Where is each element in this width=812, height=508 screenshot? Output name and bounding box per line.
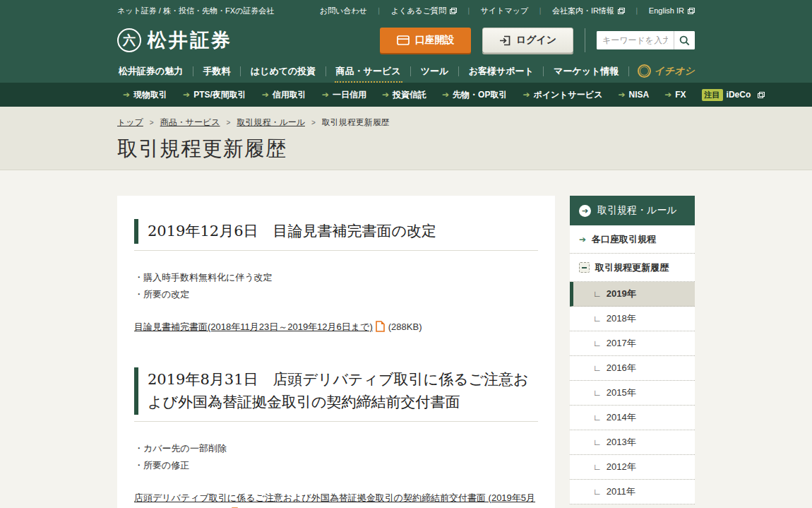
sidebar-year-2017[interactable]: ∟2017年 [570,331,695,356]
subnav-item-fx[interactable]: ➔FX [664,90,686,100]
breadcrumb-link-products[interactable]: 商品・サービス [160,117,220,129]
sidebar-year-2015[interactable]: ∟2015年 [570,381,695,406]
search-input[interactable] [597,31,674,49]
arrow-right-icon: ➔ [322,90,329,100]
sub-item-angle-icon: ∟ [593,314,602,324]
breadcrumb: トップ > 商品・サービス > 取引規程・ルール > 取引規程更新履歴 [117,107,695,129]
sidebar-header-rules[interactable]: ➔ 取引規程・ルール [570,196,695,225]
sub-item-angle-icon: ∟ [593,363,602,373]
ichioshi-coin-icon [638,64,651,78]
matsui-logo-mark-icon: 六 [117,28,141,52]
sidebar-year-2011[interactable]: ∟2011年 [570,480,695,504]
breadcrumb-link-top[interactable]: トップ [117,117,143,129]
subnav-item-ideco[interactable]: 注目 iDeCo [702,89,765,101]
circle-arrow-icon: ➔ [579,205,591,217]
subnav-item-nisa[interactable]: ➔NISA [618,90,649,100]
divider: ｜ [537,6,544,16]
update-history-panel: 2019年12月6日 目論見書補完書面の改定 ・購入時手数料無料化に伴う改定 ・… [117,196,555,508]
site-tagline: ネット証券 / 株・投信・先物・FXの証券会社 [117,6,274,16]
sidebar-year-2012[interactable]: ∟2012年 [570,455,695,480]
sub-item-angle-icon: ∟ [593,388,602,398]
open-account-button[interactable]: 口座開設 [380,28,471,53]
nav-item-beginners[interactable]: はじめての投資 [249,59,318,83]
keyword-search-box [597,31,695,49]
document-link-line: 店頭デリバティブ取引に係るご注意および外国為替証拠金取引の契約締結前交付書面 (… [134,490,538,508]
topbar-link-sitemap[interactable]: サイトマップ [481,6,529,16]
nav-item-products-services[interactable]: 商品・サービス [335,59,402,83]
nav-item-ichioshi[interactable]: イチオシ [638,64,695,78]
page-title: 取引規程更新履歴 [117,135,695,163]
sub-item-angle-icon: ∟ [593,487,602,497]
subnav-item-investment-trust[interactable]: ➔投資信託 [382,89,426,101]
pdf-document-link[interactable]: 目論見書補完書面(2018年11月23日～2019年12月6日まで) [134,321,373,332]
subnav-item-pts[interactable]: ➔PTS/夜間取引 [183,89,246,101]
sub-item-angle-icon: ∟ [593,462,602,472]
search-icon [679,35,690,46]
nav-item-fees[interactable]: 手数料 [202,59,232,83]
section-heading: 2019年8月31日 店頭デリバティブ取引に係るご注意および外国為替証拠金取引の… [134,367,538,415]
divider [240,66,241,76]
divider [543,66,544,76]
section-heading: 2019年12月6日 目論見書補完書面の改定 [134,219,538,244]
pdf-file-icon [376,321,385,332]
bullet-item: ・カバー先の一部削除 [134,440,538,457]
sidebar-year-2018[interactable]: ∟2018年 [570,307,695,331]
subnav-item-margin-trading[interactable]: ➔信用取引 [262,89,306,101]
topbar-link-english-ir[interactable]: English IR [649,6,695,15]
global-nav: 松井証券の魅力 手数料 はじめての投資 商品・サービス ツール お客様サポート … [0,59,812,83]
sub-item-angle-icon: ∟ [593,289,602,299]
divider: ｜ [465,6,472,16]
nav-item-appeal[interactable]: 松井証券の魅力 [117,59,184,83]
arrow-right-icon: ➔ [382,90,389,100]
bullet-item: ・所要の修正 [134,457,538,474]
divider [458,66,459,76]
arrow-right-icon: ➔ [442,90,449,100]
main-header: 六 松井証券 口座開設 ログイン [0,21,812,59]
bullet-item: ・購入時手数料無料化に伴う改定 [134,269,538,286]
sidebar-year-2013[interactable]: ∟2013年 [570,430,695,455]
topbar-link-company-ir[interactable]: 会社案内・IR情報 [552,6,625,16]
breadcrumb-link-rules[interactable]: 取引規程・ルール [237,117,305,129]
breadcrumb-separator: > [311,119,316,126]
subnav-item-cash-trading[interactable]: ➔現物取引 [123,89,167,101]
external-link-icon [450,8,457,14]
utility-nav: お問い合わせ ｜ よくあるご質問 ｜ サイトマップ ｜ 会社案内・IR情報 ｜ … [320,6,695,16]
document-link-line: 目論見書補完書面(2018年11月23日～2019年12月6日まで)(288KB… [134,319,538,335]
products-sub-nav: ➔現物取引 ➔PTS/夜間取引 ➔信用取引 ➔一日信用 ➔投資信託 ➔先物・OP… [0,83,812,107]
sub-item-angle-icon: ∟ [593,437,602,447]
sidebar-year-2014[interactable]: ∟2014年 [570,406,695,430]
matsui-logo[interactable]: 六 松井証券 [117,28,232,53]
sidebar-year-2016[interactable]: ∟2016年 [570,356,695,381]
nav-item-support[interactable]: お客様サポート [467,59,535,83]
bankbook-icon [397,35,410,45]
external-link-icon [618,8,625,14]
sidebar-item-account-rules[interactable]: ➔ 各口座取引規程 [570,225,695,254]
nav-item-tools[interactable]: ツール [419,59,450,83]
sidebar-year-2019[interactable]: ∟2019年 [570,282,695,307]
sub-item-angle-icon: ∟ [593,338,602,348]
arrow-right-icon: ➔ [123,90,130,100]
attention-badge: 注目 [702,89,723,101]
pdf-document-link[interactable]: 店頭デリバティブ取引に係るご注意および外国為替証拠金取引の契約締結前交付書面 (… [134,492,535,508]
arrow-right-icon: ➔ [618,90,625,100]
topbar-link-contact[interactable]: お問い合わせ [320,6,367,16]
subnav-item-one-day-margin[interactable]: ➔一日信用 [322,89,366,101]
breadcrumb-separator: > [150,119,154,126]
arrow-right-icon: ➔ [664,90,671,100]
sidebar-item-update-history[interactable]: 取引規程更新履歴 [570,254,695,282]
subnav-item-futures-op[interactable]: ➔先物・OP取引 [442,89,507,101]
nav-item-market-info[interactable]: マーケット情報 [552,59,620,83]
history-section: 2019年12月6日 目論見書補完書面の改定 ・購入時手数料無料化に伴う改定 ・… [134,219,538,335]
logo-text: 松井証券 [148,28,232,53]
divider [193,66,193,76]
login-button[interactable]: ログイン [482,28,573,53]
divider [585,28,585,52]
divider: ｜ [376,6,383,16]
search-button[interactable] [674,31,695,49]
divider [410,66,411,76]
topbar-link-faq[interactable]: よくあるご質問 [391,6,457,16]
collapse-minus-icon [579,262,590,273]
divider: ｜ [633,6,640,16]
subnav-item-point-service[interactable]: ➔ポイントサービス [523,89,602,101]
page-title-band: トップ > 商品・サービス > 取引規程・ルール > 取引規程更新履歴 取引規程… [0,107,812,170]
